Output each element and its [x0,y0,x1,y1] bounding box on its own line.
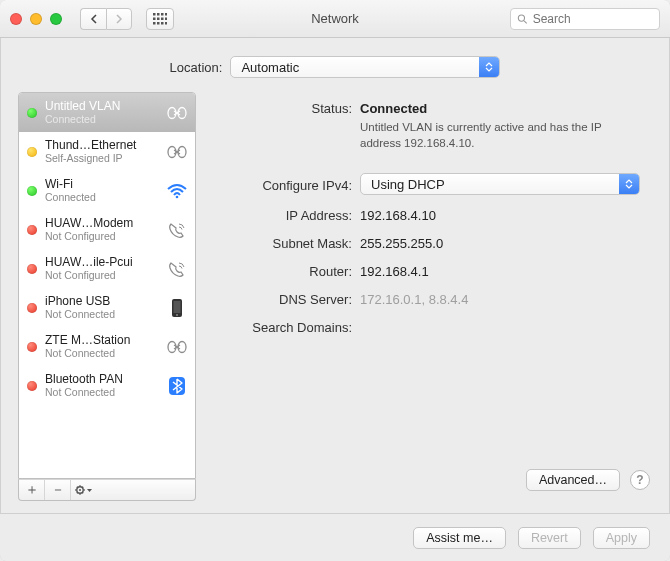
interface-item[interactable]: Thund…EthernetSelf-Assigned IP [19,132,195,171]
subnet-mask-value: 255.255.255.0 [360,233,648,251]
back-button[interactable] [80,8,106,30]
router-value: 192.168.4.1 [360,261,648,279]
phone-icon [165,220,189,240]
svg-line-31 [77,487,78,488]
interface-name: Bluetooth PAN [45,373,157,387]
vlan-icon [165,103,189,123]
interface-status: Not Connected [45,347,157,359]
svg-rect-8 [153,22,156,25]
svg-rect-4 [153,17,156,20]
interface-status: Not Configured [45,230,157,242]
interface-item[interactable]: HUAW…ile-PcuiNot Configured [19,249,195,288]
svg-point-14 [168,107,176,118]
detail-pane: Status: Connected Untitled VLAN is curre… [210,92,652,501]
configure-ipv4-value: Using DHCP [371,177,445,192]
svg-point-18 [176,195,179,198]
ip-address-label: IP Address: [220,205,360,223]
interface-item[interactable]: iPhone USBNot Connected [19,288,195,327]
gear-icon [75,484,93,496]
action-menu-button[interactable] [71,480,97,500]
svg-rect-0 [153,13,156,16]
titlebar: Network [0,0,670,38]
svg-point-23 [178,341,186,352]
interface-status: Not Configured [45,269,157,281]
status-label: Status: [220,98,360,116]
forward-button[interactable] [106,8,132,30]
zoom-window-button[interactable] [50,13,62,25]
nav-segmented [80,8,132,30]
location-row: Location: Automatic [0,38,670,92]
interface-status: Not Connected [45,308,157,320]
status-dot-icon [27,303,37,313]
wifi-icon [165,181,189,201]
status-value: Connected [360,101,648,116]
dns-server-value[interactable]: 172.16.0.1, 8.8.4.4 [360,289,648,307]
svg-line-13 [524,20,527,23]
advanced-button[interactable]: Advanced… [526,469,620,491]
search-domains-value[interactable] [360,317,648,320]
svg-rect-5 [157,17,160,20]
phone-icon [165,259,189,279]
svg-rect-11 [165,22,167,25]
show-all-button[interactable] [146,8,174,30]
status-description: Untitled VLAN is currently active and ha… [360,120,620,151]
revert-button[interactable]: Revert [518,527,581,549]
dns-server-label: DNS Server: [220,289,360,307]
search-input[interactable] [533,12,653,26]
svg-point-17 [178,146,186,157]
sidebar-toolbar: ＋ － [18,479,196,501]
ip-address-value: 192.168.4.10 [360,205,648,223]
status-dot-icon [27,264,37,274]
svg-rect-9 [157,22,160,25]
bluetooth-icon [165,376,189,396]
search-field[interactable] [510,8,660,30]
location-select[interactable]: Automatic [230,56,500,78]
apply-button[interactable]: Apply [593,527,650,549]
svg-rect-10 [161,22,164,25]
remove-interface-button[interactable]: － [45,480,71,500]
interface-item[interactable]: Untitled VLANConnected [19,93,195,132]
interface-item[interactable]: Bluetooth PANNot Connected [19,366,195,405]
svg-rect-1 [157,13,160,16]
updown-icon [619,174,639,194]
interface-item[interactable]: Wi-FiConnected [19,171,195,210]
configure-ipv4-select[interactable]: Using DHCP [360,173,640,195]
interface-name: HUAW…Modem [45,217,157,231]
minimize-window-button[interactable] [30,13,42,25]
assist-me-button[interactable]: Assist me… [413,527,506,549]
footer: Assist me… Revert Apply [0,513,670,561]
svg-point-12 [518,15,524,21]
interface-status: Connected [45,113,157,125]
subnet-mask-label: Subnet Mask: [220,233,360,251]
interface-name: ZTE M…Station [45,334,157,348]
sidebar-wrap: Untitled VLANConnectedThund…EthernetSelf… [18,92,196,501]
status-dot-icon [27,186,37,196]
interface-status: Connected [45,191,157,203]
status-dot-icon [27,381,37,391]
interface-name: HUAW…ile-Pcui [45,256,157,270]
interface-list: Untitled VLANConnectedThund…EthernetSelf… [18,92,196,479]
svg-point-22 [168,341,176,352]
main-content: Untitled VLANConnectedThund…EthernetSelf… [0,92,670,513]
interface-name: Thund…Ethernet [45,139,157,153]
add-interface-button[interactable]: ＋ [19,480,45,500]
search-domains-label: Search Domains: [220,317,360,335]
interface-item[interactable]: ZTE M…StationNot Connected [19,327,195,366]
svg-point-15 [178,107,186,118]
interface-name: Untitled VLAN [45,100,157,114]
interface-item[interactable]: HUAW…ModemNot Configured [19,210,195,249]
close-window-button[interactable] [10,13,22,25]
svg-rect-20 [174,301,181,313]
network-preferences-window: Network Location: Automatic Untitled VLA… [0,0,670,561]
svg-rect-6 [161,17,164,20]
svg-point-21 [176,314,178,316]
traffic-lights [10,13,62,25]
updown-icon [479,57,499,77]
vlan-icon [165,142,189,162]
interface-name: Wi-Fi [45,178,157,192]
search-icon [517,13,528,25]
interface-status: Self-Assigned IP [45,152,157,164]
help-button[interactable]: ? [630,470,650,490]
svg-point-16 [168,146,176,157]
status-dot-icon [27,342,37,352]
